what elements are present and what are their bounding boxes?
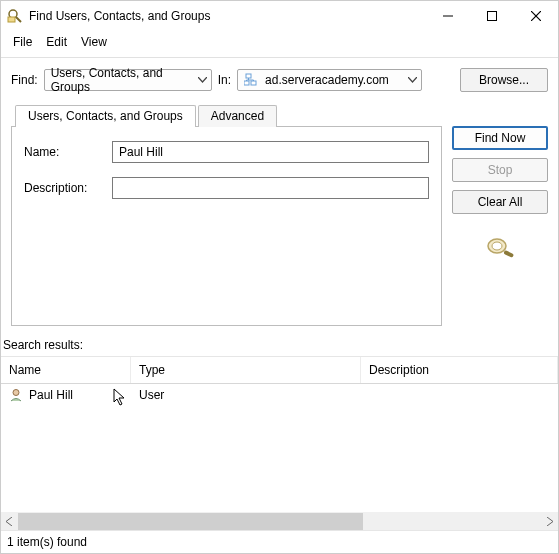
menu-file[interactable]: File	[7, 33, 38, 51]
scroll-track[interactable]	[18, 513, 541, 530]
window: Find Users, Contacts, and Groups File Ed…	[0, 0, 559, 554]
description-label: Description:	[24, 181, 112, 195]
svg-line-1	[16, 17, 21, 22]
results-panel: Name Type Description Paul Hill User	[1, 356, 558, 530]
scroll-right-icon[interactable]	[541, 513, 558, 530]
domain-icon	[244, 73, 260, 87]
svg-rect-4	[488, 12, 497, 21]
side-actions: Find Now Stop Clear All	[452, 104, 548, 326]
find-label: Find:	[11, 73, 38, 87]
description-input[interactable]	[112, 177, 429, 199]
minimize-button[interactable]	[426, 1, 470, 31]
svg-rect-16	[503, 250, 514, 258]
status-text: 1 item(s) found	[7, 535, 87, 549]
tabstrip: Users, Contacts, and Groups Advanced	[11, 105, 442, 127]
browse-button[interactable]: Browse...	[460, 68, 548, 92]
scroll-thumb[interactable]	[18, 513, 363, 530]
maximize-button[interactable]	[470, 1, 514, 31]
window-title: Find Users, Contacts, and Groups	[29, 9, 426, 23]
menu-edit[interactable]: Edit	[40, 33, 73, 51]
menu-view[interactable]: View	[75, 33, 113, 51]
scroll-left-icon[interactable]	[1, 513, 18, 530]
find-combo-value: Users, Contacts, and Groups	[51, 66, 192, 94]
svg-rect-2	[8, 17, 15, 22]
stop-button[interactable]: Stop	[452, 158, 548, 182]
svg-rect-8	[244, 81, 249, 85]
col-name[interactable]: Name	[1, 357, 131, 383]
table-row[interactable]: Paul Hill User	[1, 384, 558, 406]
in-combo-value: ad.serveracademy.com	[265, 73, 389, 87]
find-row: Find: Users, Contacts, and Groups In: ad…	[11, 68, 548, 92]
close-button[interactable]	[514, 1, 558, 31]
menubar: File Edit View	[1, 31, 558, 58]
titlebar: Find Users, Contacts, and Groups	[1, 1, 558, 31]
col-description[interactable]: Description	[361, 357, 558, 383]
svg-point-17	[13, 390, 19, 396]
in-combo[interactable]: ad.serveracademy.com	[237, 69, 422, 91]
status-bar: 1 item(s) found	[1, 530, 558, 553]
row-type: User	[139, 388, 164, 402]
chevron-down-icon	[198, 77, 207, 83]
col-type[interactable]: Type	[131, 357, 361, 383]
row-name: Paul Hill	[29, 388, 73, 402]
tab-advanced[interactable]: Advanced	[198, 105, 277, 127]
in-label: In:	[218, 73, 231, 87]
user-icon	[9, 388, 23, 402]
mid: Users, Contacts, and Groups Advanced Nam…	[11, 104, 548, 326]
chevron-down-icon	[408, 77, 417, 83]
svg-rect-9	[251, 81, 256, 85]
svg-point-15	[492, 242, 502, 250]
results-label: Search results:	[1, 330, 558, 356]
find-combo[interactable]: Users, Contacts, and Groups	[44, 69, 212, 91]
h-scrollbar[interactable]	[1, 512, 558, 530]
magnifier-icon	[483, 234, 517, 262]
app-icon	[7, 8, 23, 24]
form-panel: Name: Description:	[11, 126, 442, 326]
clear-all-button[interactable]: Clear All	[452, 190, 548, 214]
name-input[interactable]	[112, 141, 429, 163]
name-label: Name:	[24, 145, 112, 159]
grid-header: Name Type Description	[1, 357, 558, 384]
tab-ucg[interactable]: Users, Contacts, and Groups	[15, 105, 196, 127]
results-grid: Name Type Description Paul Hill User	[1, 357, 558, 512]
tabs-and-form: Users, Contacts, and Groups Advanced Nam…	[11, 104, 442, 326]
find-now-button[interactable]: Find Now	[452, 126, 548, 150]
svg-rect-7	[246, 74, 251, 78]
content: Find: Users, Contacts, and Groups In: ad…	[1, 58, 558, 330]
